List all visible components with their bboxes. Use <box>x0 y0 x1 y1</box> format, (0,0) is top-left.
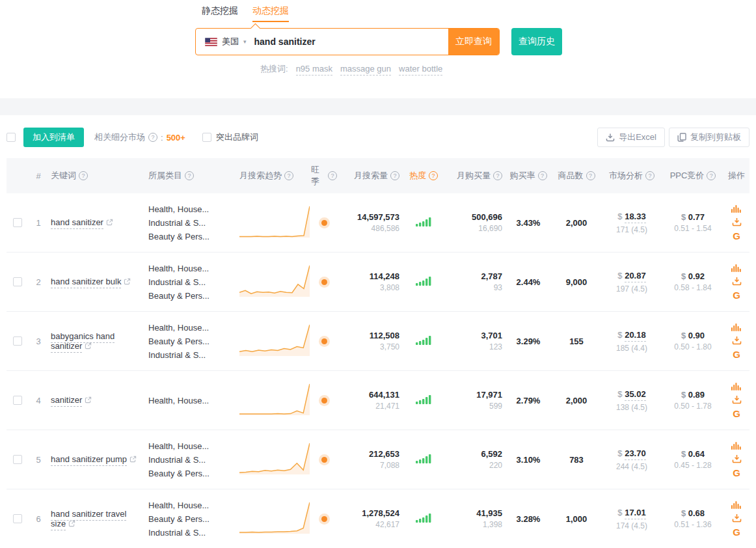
external-link-icon[interactable] <box>85 396 92 405</box>
download-action-icon[interactable] <box>732 454 742 463</box>
column-header-label: PPC竞价 <box>670 170 705 182</box>
related-market-info: 相关细分市场 ? : 500+ <box>94 131 185 143</box>
actions-cell: G <box>723 382 749 418</box>
keyword-link[interactable]: sanitizer <box>51 395 82 407</box>
download-action-icon[interactable] <box>732 217 742 226</box>
monthly-searches-cell: 114,2483,808 <box>340 271 402 294</box>
hot-word-link[interactable]: massage gun <box>340 64 391 75</box>
keyword-link[interactable]: hand sanitizer <box>51 217 103 229</box>
external-link-icon[interactable] <box>85 342 92 351</box>
external-link-icon[interactable] <box>124 277 131 287</box>
google-trends-icon[interactable]: G <box>733 527 740 537</box>
row-index: 1 <box>29 218 48 228</box>
ppc-bid-cell: $ 0.770.51 - 1.54 <box>662 212 723 234</box>
help-icon[interactable]: ? <box>148 133 157 142</box>
trend-chart-action-icon[interactable] <box>731 204 742 213</box>
row-checkbox[interactable] <box>13 218 22 227</box>
keywords-table: #关键词?所属类目?月搜索趋势?旺季?月搜索量?热度?月购买量?购买率?商品数?… <box>7 158 749 548</box>
market-analysis-cell: $ 17.01174 (4.5) <box>601 506 662 532</box>
download-action-icon[interactable] <box>732 395 742 404</box>
highlight-brand-checkbox[interactable] <box>202 133 211 142</box>
download-action-icon[interactable] <box>732 514 742 523</box>
monthly-searches-value: 14,597,573 <box>342 212 399 223</box>
search-input[interactable] <box>254 29 448 55</box>
market-analysis-cell: $ 20.87197 (4.5) <box>601 269 662 295</box>
country-selector[interactable]: 美国 ▾ <box>196 29 254 55</box>
column-header-2: 所属类目? <box>146 170 237 182</box>
season-cell <box>308 279 340 285</box>
add-to-list-button[interactable]: 加入到清单 <box>23 128 84 147</box>
row-checkbox[interactable] <box>13 396 22 405</box>
trend-chart-action-icon[interactable] <box>731 382 742 390</box>
help-icon[interactable]: ? <box>328 171 337 180</box>
keyword-link[interactable]: hand sanitizer bulk <box>51 277 121 288</box>
row-checkbox[interactable] <box>13 277 22 286</box>
trend-chart-action-icon[interactable] <box>731 323 742 331</box>
season-dot-icon <box>321 220 327 226</box>
market-price[interactable]: 17.01 <box>625 508 646 519</box>
help-icon[interactable]: ? <box>390 171 399 180</box>
keyword-link[interactable]: babyganics hand sanitizer <box>51 331 115 353</box>
external-link-icon[interactable] <box>129 455 137 465</box>
trend-chart-action-icon[interactable] <box>731 500 742 509</box>
market-price[interactable]: 35.02 <box>625 389 646 401</box>
row-checkbox[interactable] <box>13 455 22 464</box>
category-item: Health, House... <box>148 321 234 335</box>
keyword-link[interactable]: hand sanitizer travel size <box>51 509 126 530</box>
tab-static-mining[interactable]: 静态挖掘 <box>202 5 238 22</box>
season-cell <box>308 398 340 404</box>
monthly-purchases-prev: 220 <box>448 460 502 471</box>
keyword-link[interactable]: hand sanitizer pump <box>51 454 127 466</box>
market-price[interactable]: 20.87 <box>625 271 646 282</box>
trend-chart-action-icon[interactable] <box>731 441 742 450</box>
related-market-count: 500+ <box>167 133 185 143</box>
google-trends-icon[interactable]: G <box>733 409 740 418</box>
ppc-bid-value: 0.68 <box>688 508 705 518</box>
hot-word-link[interactable]: water bottle <box>399 64 442 75</box>
actions-cell: G <box>723 500 749 537</box>
row-checkbox[interactable] <box>13 336 22 346</box>
help-icon[interactable]: ? <box>707 171 716 180</box>
category-item: Industrial & S... <box>148 275 234 289</box>
row-checkbox[interactable] <box>13 514 22 523</box>
tab-dynamic-mining[interactable]: 动态挖掘 <box>252 5 289 22</box>
download-action-icon[interactable] <box>732 336 742 345</box>
help-icon[interactable]: ? <box>185 171 194 180</box>
google-trends-icon[interactable]: G <box>733 231 740 241</box>
trend-sparkline-svg <box>239 499 310 537</box>
help-icon[interactable]: ? <box>586 171 595 180</box>
column-header-label: 操作 <box>728 170 745 182</box>
copy-to-clipboard-button[interactable]: 复制到剪贴板 <box>669 128 749 147</box>
help-icon[interactable]: ? <box>429 171 438 180</box>
column-header-0: # <box>29 171 48 181</box>
google-trends-icon[interactable]: G <box>733 349 740 359</box>
highlight-brand-option[interactable]: 突出品牌词 <box>202 131 258 143</box>
search-submit-button[interactable]: 立即查询 <box>448 29 499 55</box>
help-icon[interactable]: ? <box>645 171 655 180</box>
category-item: Industrial & S... <box>148 526 234 540</box>
heat-cell <box>402 335 445 347</box>
market-price[interactable]: 23.70 <box>625 448 646 460</box>
google-trends-icon[interactable]: G <box>733 290 740 300</box>
trend-chart-action-icon[interactable] <box>731 264 742 272</box>
monthly-searches-cell: 644,13121,471 <box>340 389 402 412</box>
select-all-checkbox[interactable] <box>7 133 16 142</box>
search-box: 美国 ▾ 立即查询 <box>195 28 500 55</box>
results-toolbar: 加入到清单 相关细分市场 ? : 500+ 突出品牌词 导出Excel 复制到剪… <box>7 128 749 147</box>
trend-sparkline-svg <box>239 262 310 300</box>
export-excel-button[interactable]: 导出Excel <box>597 128 665 147</box>
help-icon[interactable]: ? <box>79 171 88 180</box>
help-icon[interactable]: ? <box>538 171 547 180</box>
google-trends-icon[interactable]: G <box>733 468 740 478</box>
market-price[interactable]: 20.18 <box>625 330 646 342</box>
search-history-button[interactable]: 查询历史 <box>511 28 562 55</box>
external-link-icon[interactable] <box>106 218 113 228</box>
keyword-cell: hand sanitizer <box>48 217 146 228</box>
hot-word-link[interactable]: n95 mask <box>296 64 332 75</box>
external-link-icon[interactable] <box>68 519 75 529</box>
download-action-icon[interactable] <box>732 277 742 286</box>
market-price[interactable]: 18.33 <box>625 212 646 223</box>
help-icon[interactable]: ? <box>284 171 293 180</box>
help-icon[interactable]: ? <box>493 171 502 180</box>
category-item: Health, House... <box>148 262 234 275</box>
